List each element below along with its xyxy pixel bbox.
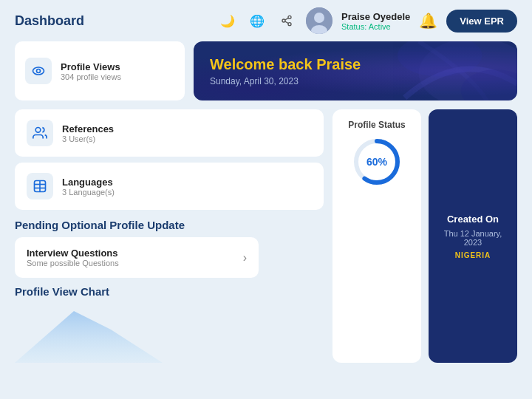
dashboard-title: Dashboard: [15, 13, 84, 29]
profile-status-box: Profile Status 60%: [332, 109, 421, 363]
created-on-label: Created On: [447, 214, 499, 225]
interview-subtitle: Some possible Questions: [27, 259, 119, 267]
svg-point-9: [37, 69, 41, 73]
main-content: Profile Views 304 profile views Welcome …: [0, 41, 532, 370]
languages-card: Languages 3 Language(s): [15, 163, 324, 210]
welcome-date: Sunday, April 30, 2023: [210, 76, 501, 86]
header: Dashboard 🌙 🌐 Praise Oyedele Status: Act…: [0, 0, 532, 41]
languages-icon: [27, 173, 53, 200]
chart-section: Profile View Chart: [15, 285, 324, 363]
header-right: 🌙 🌐 Praise Oyedele Status: Active 🔔 View: [217, 7, 517, 34]
references-title: References: [62, 123, 114, 134]
pending-title: Pending Optional Profile Update: [15, 219, 324, 231]
references-card: References 3 User(s): [15, 109, 324, 157]
chart-title: Profile View Chart: [15, 285, 324, 298]
profile-status-title: Profile Status: [348, 120, 405, 130]
eye-icon: [25, 58, 52, 84]
profile-progress-circle: 60%: [351, 136, 403, 188]
svg-point-13: [35, 128, 41, 133]
view-epr-button[interactable]: View EPR: [446, 10, 517, 33]
notification-bell-icon[interactable]: 🔔: [419, 12, 437, 30]
profile-percent: 60%: [366, 156, 387, 168]
profile-views-title: Profile Views: [61, 61, 121, 72]
chart-area: [15, 304, 163, 363]
content-area: References 3 User(s) Languages 3 Langu: [15, 109, 517, 363]
interview-title: Interview Questions: [27, 248, 119, 259]
country-badge: NIGERIA: [455, 251, 491, 259]
user-info: Praise Oyedele Status: Active: [341, 11, 410, 31]
globe-icon[interactable]: 🌐: [247, 10, 267, 31]
svg-point-2: [288, 23, 291, 26]
references-icon: [27, 120, 53, 146]
moon-icon[interactable]: 🌙: [217, 10, 238, 31]
avatar[interactable]: [306, 7, 332, 34]
profile-views-card: Profile Views 304 profile views: [15, 41, 185, 100]
svg-point-6: [314, 13, 324, 23]
languages-title: Languages: [62, 177, 115, 188]
pending-section: Pending Optional Profile Update Intervie…: [15, 219, 324, 278]
svg-line-3: [285, 21, 289, 24]
left-section: References 3 User(s) Languages 3 Langu: [15, 109, 324, 363]
welcome-text: Welcome back Praise Sunday, April 30, 20…: [210, 56, 501, 86]
share-icon[interactable]: [276, 10, 297, 31]
user-status: Status: Active: [341, 22, 410, 31]
chevron-right-icon: ›: [243, 251, 247, 265]
svg-point-1: [282, 19, 285, 22]
svg-point-0: [288, 16, 291, 18]
svg-point-8: [33, 67, 44, 75]
references-subtitle: 3 User(s): [62, 134, 114, 143]
welcome-banner: Welcome back Praise Sunday, April 30, 20…: [194, 41, 517, 100]
languages-subtitle: 3 Language(s): [62, 188, 115, 197]
welcome-heading: Welcome back Praise: [210, 56, 501, 73]
svg-marker-18: [15, 311, 163, 363]
interview-card[interactable]: Interview Questions Some possible Questi…: [15, 237, 259, 278]
svg-line-4: [285, 18, 289, 20]
created-on-box: Created On Thu 12 January, 2023 NIGERIA: [429, 109, 517, 363]
right-section: Profile Status 60% Created On Thu 12 Jan…: [332, 109, 517, 363]
user-name: Praise Oyedele: [341, 11, 410, 22]
profile-views-subtitle: 304 profile views: [61, 72, 121, 81]
created-on-date: Thu 12 January, 2023: [442, 229, 504, 247]
top-row: Profile Views 304 profile views Welcome …: [15, 41, 517, 100]
